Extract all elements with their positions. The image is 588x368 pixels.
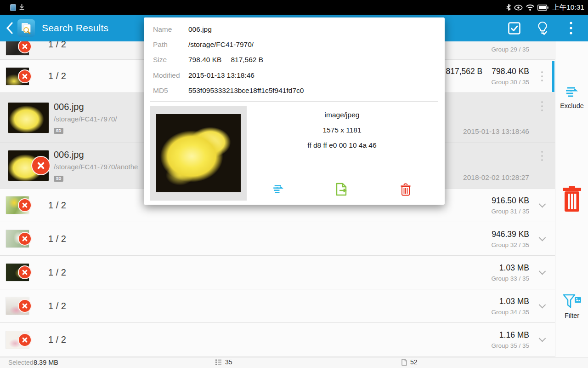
group-index-label: Group 31 / 35 [491,208,529,215]
battery-icon [537,5,548,11]
file-modified-date: 2018-02-02 10:28:27 [463,173,529,182]
action-sidebar: Exclude Filter [555,41,588,357]
exclude-x-badge[interactable] [31,156,51,175]
detail-field-row: Modified2015-01-13 13:18:46 [153,68,439,83]
exclude-icon [271,184,285,196]
dialog-delete-button[interactable] [374,183,437,196]
bluetooth-icon [506,4,511,11]
image-dimensions: 1575 x 1181 [247,122,437,138]
group-row[interactable]: 1 / 21.03 MB Group 33 / 35 [0,256,555,289]
filter-icon [562,293,582,309]
file-thumbnail[interactable] [6,41,29,55]
header-bytes: ff d8 ff e0 00 10 4a 46 [247,138,437,153]
preview-flower-image [156,114,241,192]
filter-button[interactable]: Filter [555,293,588,319]
field-label: Name [153,25,188,34]
trash-icon [400,183,411,196]
exclude-button[interactable]: Exclude [555,86,588,109]
group-row[interactable]: 1 / 21.03 MB Group 34 / 35 [0,289,555,323]
file-thumbnail[interactable] [6,230,29,247]
field-label: Modified [153,71,188,80]
image-preview[interactable] [150,106,247,201]
field-value: /storage/FC41-7970/ [188,40,254,49]
detail-field-row: Path/storage/FC41-7970/ [153,37,439,52]
open-file-icon [335,183,348,196]
field-value-secondary: 817,562 B [231,56,263,64]
duplicate-count-label: 1 / 2 [48,200,66,211]
group-index-label: Group 33 / 35 [491,275,529,282]
file-count: 52 [401,358,418,366]
file-thumbnail[interactable] [8,103,49,133]
sd-card-badge: SD [54,176,63,182]
group-index-label: Group 34 / 35 [491,309,529,316]
expand-chevron-down-icon[interactable] [538,335,546,342]
field-value: 2015-01-13 13:18:46 [188,71,254,80]
mime-type: image/jpeg [247,107,437,122]
app-logo-icon [17,19,35,37]
row-overflow-menu[interactable] [539,149,545,163]
expand-chevron-down-icon[interactable] [538,200,546,207]
screen: 上午10:31 Search Results 1 / 2Group 29 / 3… [0,0,588,368]
exclude-x-badge[interactable] [18,41,32,53]
file-icon [401,359,407,366]
file-thumbnail[interactable] [6,264,29,281]
group-index-label: Group 29 / 35 [491,46,529,53]
dialog-open-file-button[interactable] [310,183,373,196]
duplicate-count-label: 1 / 2 [48,267,66,278]
file-name: 006.jpg [54,150,138,160]
row-overflow-menu[interactable] [539,99,545,113]
expand-chevron-down-icon[interactable] [538,301,546,308]
group-size: 1.03 MB [499,263,529,272]
row-overflow-menu[interactable] [539,69,545,83]
field-label: MD5 [153,86,188,95]
wifi-icon [526,4,535,11]
group-row[interactable]: 1 / 2946.39 KB Group 32 / 35 [0,222,555,256]
file-thumbnail[interactable] [8,150,49,181]
back-button[interactable] [4,21,16,35]
group-size-bytes: 817,562 B [446,67,482,76]
file-name: 006.jpg [54,102,117,112]
duplicate-count-label: 1 / 2 [48,334,66,345]
exclude-x-badge[interactable] [18,232,32,246]
dialog-exclude-button[interactable] [247,183,310,196]
selected-size: 8.39 MB [34,359,58,366]
group-row[interactable]: 1 / 21.16 MB Group 35 / 35 [0,323,555,357]
exclude-x-badge[interactable] [18,265,32,279]
sd-card-badge: SD [54,128,63,134]
field-value: 553f095333213bce18ff1c5f941fd7c0 [188,86,304,95]
eye-icon [514,5,523,11]
file-thumbnail[interactable] [6,297,29,315]
field-value: 798.40 KB [188,56,221,64]
smart-select-bulb-button[interactable] [536,20,549,36]
dialog-divider [150,101,438,102]
detail-field-row: Size798.40 KB817,562 B [153,52,439,68]
group-size: 798.40 KB [492,67,529,76]
group-size: 916.50 KB [492,196,529,205]
group-index-label: Group 32 / 35 [491,242,529,248]
status-bar: 上午10:31 [0,0,588,15]
select-all-button[interactable] [507,20,521,36]
expand-chevron-down-icon[interactable] [538,267,546,275]
detail-field-row: MD5553f095333213bce18ff1c5f941fd7c0 [153,83,439,98]
notification-app-icon [10,4,16,11]
file-path: /storage/FC41-7970/ [54,115,117,123]
status-time: 上午10:31 [551,3,586,12]
exclude-x-badge[interactable] [18,299,32,313]
overflow-menu-button[interactable] [564,20,578,36]
selected-label: Selected [8,359,33,366]
field-value: 006.jpg [188,25,212,34]
file-thumbnail[interactable] [6,196,29,214]
duplicate-count-label: 1 / 2 [48,71,66,81]
file-detail-dialog: Name006.jpgPath/storage/FC41-7970/Size79… [144,17,445,205]
exclude-icon [564,86,580,99]
file-path: /storage/FC41-7970/anothe [54,163,138,171]
file-thumbnail[interactable] [6,68,29,85]
exclude-x-badge[interactable] [18,198,32,212]
delete-button[interactable] [555,186,588,213]
page-title: Search Results [42,23,108,34]
expand-chevron-down-icon[interactable] [538,234,546,241]
exclude-x-badge[interactable] [18,333,32,347]
scrollbar-thumb[interactable] [552,61,554,92]
file-thumbnail[interactable] [6,331,29,349]
exclude-x-badge[interactable] [18,69,32,83]
